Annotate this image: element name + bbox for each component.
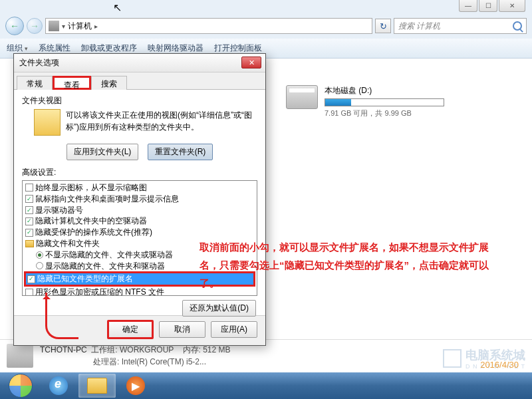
search-placeholder: 搜索 计算机 [398,21,440,32]
window-controls: — ☐ ✕ [459,0,525,12]
back-button[interactable]: ← [5,17,24,35]
drive-name: 本地磁盘 (D:) [325,85,444,96]
apply-to-folders-button[interactable]: 应用到文件夹(L) [66,144,139,160]
folder-view-icon [34,109,61,136]
list-item-label: 隐藏受保护的操作系统文件(推荐) [35,227,152,238]
list-item[interactable]: 始终显示图标，从不显示缩略图 [24,182,255,194]
pc-name: TCHOTN-PC [40,345,87,354]
checkbox-icon[interactable]: ✓ [25,217,33,225]
checkbox-icon[interactable] [25,184,33,192]
folder-view-text: 可以将该文件夹正在使用的视图(例如“详细信息”或“图标”)应用到所有这种类型的文… [66,109,257,136]
taskbar-explorer[interactable] [78,374,116,398]
start-button[interactable] [3,374,39,398]
search-icon [513,21,522,31]
list-item-label: 隐藏计算机文件夹中的空驱动器 [35,215,147,227]
wmp-icon: ▶ [126,376,145,395]
radio-icon[interactable] [36,262,43,269]
forward-button[interactable]: → [27,18,43,34]
list-item[interactable]: ✓隐藏受保护的操作系统文件(推荐) [24,227,255,238]
close-button[interactable]: ✕ [499,0,525,12]
address-bar[interactable]: ▾ 计算机 ▸ [45,18,372,34]
list-item[interactable]: ✓显示驱动器号 [24,205,255,216]
computer-icon [7,344,33,368]
radio-icon[interactable] [36,251,43,259]
system-properties[interactable]: 系统属性 [39,43,70,54]
list-item-label: 鼠标指向文件夹和桌面项时显示提示信息 [35,194,179,205]
ie-icon [49,376,68,395]
navbar: ← → ▾ 计算机 ▸ ↻ 搜索 计算机 [0,16,532,36]
folder-icon [25,240,34,247]
drive-info: 本地磁盘 (D:) 7.91 GB 可用，共 9.99 GB [325,85,444,118]
uninstall-programs[interactable]: 卸载或更改程序 [81,43,137,54]
reset-folders-button[interactable]: 重置文件夹(R) [148,144,213,160]
restore-defaults-button[interactable]: 还原为默认值(D) [182,300,256,317]
checkbox-icon[interactable]: ✓ [25,229,33,237]
folder-icon [87,378,107,394]
list-item[interactable]: ✓鼠标指向文件夹和桌面项时显示提示信息 [24,194,255,205]
tab-view[interactable]: 查看 [53,76,91,90]
cancel-button[interactable]: 取消 [159,321,205,338]
taskbar-ie[interactable] [40,374,77,398]
date-stamp: 2016/4/30 [480,360,519,370]
checkbox-icon[interactable] [25,289,33,296]
dialog-tabs: 常规 查看 搜索 [14,72,265,90]
list-item-label: 显示驱动器号 [35,205,83,216]
path-text: 计算机 [68,21,92,32]
dropdown-icon[interactable]: ▾ [62,23,65,30]
ok-button[interactable]: 确定 [107,320,154,339]
taskbar: ▶ [0,372,532,399]
drive-item[interactable]: 本地磁盘 (D:) 7.91 GB 可用，共 9.99 GB [286,85,444,118]
organize-menu[interactable]: 组织 [7,43,28,54]
checkbox-icon[interactable]: ✓ [25,195,33,203]
chevron-right-icon[interactable]: ▸ [94,23,98,30]
list-item-label: 隐藏已知文件类型的扩展名 [37,273,133,285]
tab-search[interactable]: 搜索 [91,76,127,90]
refresh-button[interactable]: ↻ [375,19,391,33]
drive-free-text: 7.91 GB 可用，共 9.99 GB [325,108,444,118]
computer-icon [49,21,59,31]
open-control-panel[interactable]: 打开控制面板 [214,43,262,54]
list-item-label: 始终显示图标，从不显示缩略图 [35,182,147,194]
map-network-drive[interactable]: 映射网络驱动器 [148,43,203,54]
advanced-label: 高级设置: [22,167,257,178]
drive-usage-bar [325,98,444,106]
tab-general[interactable]: 常规 [17,76,53,90]
windows-logo-icon [9,374,33,398]
search-input[interactable]: 搜索 计算机 [394,18,527,34]
list-item-label: 显示隐藏的文件、文件夹和驱动器 [45,261,165,272]
list-item-label: 隐藏文件和文件夹 [36,238,100,249]
drive-icon [286,85,318,109]
folder-view-group: 文件夹视图 可以将该文件夹正在使用的视图(例如“详细信息”或“图标”)应用到所有… [22,95,257,167]
checkbox-icon[interactable]: ✓ [27,275,35,283]
apply-button[interactable]: 应用(A) [211,321,257,338]
watermark-logo-icon [443,349,462,368]
minimize-button[interactable]: — [459,0,477,12]
checkbox-icon[interactable]: ✓ [25,206,33,214]
list-item-label: 不显示隐藏的文件、文件夹或驱动器 [45,249,173,261]
folder-view-label: 文件夹视图 [22,95,257,106]
dialog-close-button[interactable]: ✕ [241,57,261,68]
list-item[interactable]: ✓隐藏计算机文件夹中的空驱动器 [24,215,255,227]
taskbar-mediaplayer[interactable]: ▶ [117,374,154,398]
annotation-arrow-1 [45,293,78,339]
annotation-text: 取消前面的小勾，就可以显示文件扩展名，如果不想显示文件扩展名，只需要勾选上“隐藏… [200,238,505,292]
maximize-button[interactable]: ☐ [479,0,497,12]
cursor-icon: ↖ [113,1,122,14]
dialog-titlebar[interactable]: 文件夹选项 [14,54,265,72]
